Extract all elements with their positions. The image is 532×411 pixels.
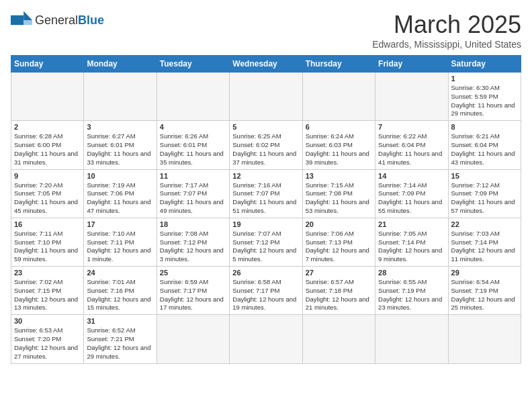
day-cell: 16Sunrise: 7:11 AM Sunset: 7:10 PM Dayli… bbox=[11, 218, 84, 266]
week-row-5: 30Sunrise: 6:53 AM Sunset: 7:20 PM Dayli… bbox=[11, 315, 521, 363]
header-sunday: Sunday bbox=[11, 56, 84, 73]
day-number: 3 bbox=[87, 123, 153, 131]
day-number: 27 bbox=[306, 269, 372, 277]
day-cell: 29Sunrise: 6:54 AM Sunset: 7:19 PM Dayli… bbox=[448, 267, 521, 315]
month-title: March 2025 bbox=[372, 11, 521, 39]
day-number: 7 bbox=[378, 123, 445, 131]
day-cell: 11Sunrise: 7:17 AM Sunset: 7:07 PM Dayli… bbox=[157, 169, 229, 218]
day-info: Sunrise: 7:08 AM Sunset: 7:12 PM Dayligh… bbox=[160, 230, 226, 264]
day-cell: 20Sunrise: 7:06 AM Sunset: 7:13 PM Dayli… bbox=[302, 218, 375, 266]
day-cell: 10Sunrise: 7:19 AM Sunset: 7:06 PM Dayli… bbox=[84, 169, 157, 218]
day-number: 28 bbox=[378, 269, 445, 277]
day-cell: 21Sunrise: 7:05 AM Sunset: 7:14 PM Dayli… bbox=[375, 218, 448, 266]
day-cell: 4Sunrise: 6:26 AM Sunset: 6:01 PM Daylig… bbox=[157, 121, 229, 169]
day-cell: 23Sunrise: 7:02 AM Sunset: 7:15 PM Dayli… bbox=[11, 267, 84, 315]
day-cell: 13Sunrise: 7:15 AM Sunset: 7:08 PM Dayli… bbox=[302, 169, 375, 218]
day-info: Sunrise: 6:52 AM Sunset: 7:21 PM Dayligh… bbox=[87, 326, 153, 361]
day-cell: 17Sunrise: 7:10 AM Sunset: 7:11 PM Dayli… bbox=[84, 218, 157, 266]
day-info: Sunrise: 7:11 AM Sunset: 7:10 PM Dayligh… bbox=[14, 230, 81, 264]
day-number: 13 bbox=[306, 172, 372, 180]
day-number: 11 bbox=[160, 172, 226, 180]
day-cell: 28Sunrise: 6:55 AM Sunset: 7:19 PM Dayli… bbox=[375, 267, 448, 315]
day-number: 8 bbox=[451, 123, 518, 131]
header-saturday: Saturday bbox=[448, 56, 521, 73]
day-info: Sunrise: 6:53 AM Sunset: 7:20 PM Dayligh… bbox=[14, 326, 81, 361]
day-info: Sunrise: 7:14 AM Sunset: 7:09 PM Dayligh… bbox=[378, 181, 445, 216]
day-info: Sunrise: 6:58 AM Sunset: 7:17 PM Dayligh… bbox=[232, 278, 299, 312]
day-cell: 8Sunrise: 6:21 AM Sunset: 6:04 PM Daylig… bbox=[448, 121, 521, 169]
day-number: 9 bbox=[14, 172, 81, 180]
day-number: 6 bbox=[306, 123, 372, 131]
day-cell bbox=[375, 73, 448, 121]
day-info: Sunrise: 7:19 AM Sunset: 7:06 PM Dayligh… bbox=[87, 181, 153, 216]
day-info: Sunrise: 7:06 AM Sunset: 7:13 PM Dayligh… bbox=[306, 230, 372, 264]
day-cell: 9Sunrise: 7:20 AM Sunset: 7:05 PM Daylig… bbox=[11, 169, 84, 218]
week-row-2: 9Sunrise: 7:20 AM Sunset: 7:05 PM Daylig… bbox=[11, 169, 521, 218]
header-friday: Friday bbox=[375, 56, 448, 73]
page-header: GeneralBlue March 2025 Edwards, Mississi… bbox=[11, 11, 521, 50]
day-number: 10 bbox=[87, 172, 153, 180]
day-cell bbox=[157, 73, 229, 121]
day-cell: 2Sunrise: 6:28 AM Sunset: 6:00 PM Daylig… bbox=[11, 121, 84, 169]
day-cell bbox=[302, 315, 375, 363]
day-number: 24 bbox=[87, 269, 153, 277]
day-info: Sunrise: 6:25 AM Sunset: 6:02 PM Dayligh… bbox=[232, 132, 299, 167]
day-number: 5 bbox=[232, 123, 299, 131]
week-row-4: 23Sunrise: 7:02 AM Sunset: 7:15 PM Dayli… bbox=[11, 267, 521, 315]
day-cell bbox=[230, 315, 302, 363]
day-number: 16 bbox=[14, 220, 81, 228]
week-row-3: 16Sunrise: 7:11 AM Sunset: 7:10 PM Dayli… bbox=[11, 218, 521, 266]
svg-rect-2 bbox=[24, 20, 32, 25]
day-cell: 7Sunrise: 6:22 AM Sunset: 6:04 PM Daylig… bbox=[375, 121, 448, 169]
day-info: Sunrise: 6:57 AM Sunset: 7:18 PM Dayligh… bbox=[306, 278, 372, 312]
day-info: Sunrise: 7:02 AM Sunset: 7:15 PM Dayligh… bbox=[14, 278, 81, 312]
logo-icon bbox=[11, 11, 32, 30]
day-info: Sunrise: 7:16 AM Sunset: 7:07 PM Dayligh… bbox=[232, 181, 299, 216]
day-cell bbox=[84, 73, 157, 121]
day-info: Sunrise: 7:20 AM Sunset: 7:05 PM Dayligh… bbox=[14, 181, 81, 216]
day-number: 29 bbox=[451, 269, 518, 277]
day-info: Sunrise: 6:22 AM Sunset: 6:04 PM Dayligh… bbox=[378, 132, 445, 167]
day-info: Sunrise: 7:07 AM Sunset: 7:12 PM Dayligh… bbox=[232, 230, 299, 264]
day-info: Sunrise: 6:21 AM Sunset: 6:04 PM Dayligh… bbox=[451, 132, 518, 167]
day-number: 1 bbox=[451, 75, 518, 83]
day-cell: 25Sunrise: 6:59 AM Sunset: 7:17 PM Dayli… bbox=[157, 267, 229, 315]
day-number: 31 bbox=[87, 317, 153, 325]
day-info: Sunrise: 7:17 AM Sunset: 7:07 PM Dayligh… bbox=[160, 181, 226, 216]
day-number: 14 bbox=[378, 172, 445, 180]
header-monday: Monday bbox=[84, 56, 157, 73]
day-cell bbox=[230, 73, 302, 121]
day-cell: 27Sunrise: 6:57 AM Sunset: 7:18 PM Dayli… bbox=[302, 267, 375, 315]
day-cell: 6Sunrise: 6:24 AM Sunset: 6:03 PM Daylig… bbox=[302, 121, 375, 169]
day-info: Sunrise: 6:30 AM Sunset: 5:59 PM Dayligh… bbox=[451, 84, 518, 118]
day-cell: 14Sunrise: 7:14 AM Sunset: 7:09 PM Dayli… bbox=[375, 169, 448, 218]
day-cell: 5Sunrise: 6:25 AM Sunset: 6:02 PM Daylig… bbox=[230, 121, 302, 169]
svg-rect-0 bbox=[11, 15, 24, 25]
day-info: Sunrise: 7:10 AM Sunset: 7:11 PM Dayligh… bbox=[87, 230, 153, 264]
day-info: Sunrise: 6:59 AM Sunset: 7:17 PM Dayligh… bbox=[160, 278, 226, 312]
day-info: Sunrise: 7:01 AM Sunset: 7:16 PM Dayligh… bbox=[87, 278, 153, 312]
day-info: Sunrise: 6:24 AM Sunset: 6:03 PM Dayligh… bbox=[306, 132, 372, 167]
day-cell: 1Sunrise: 6:30 AM Sunset: 5:59 PM Daylig… bbox=[448, 73, 521, 121]
day-number: 30 bbox=[14, 317, 81, 325]
day-info: Sunrise: 6:27 AM Sunset: 6:01 PM Dayligh… bbox=[87, 132, 153, 167]
day-info: Sunrise: 7:03 AM Sunset: 7:14 PM Dayligh… bbox=[451, 230, 518, 264]
svg-marker-1 bbox=[24, 11, 32, 20]
day-cell: 22Sunrise: 7:03 AM Sunset: 7:14 PM Dayli… bbox=[448, 218, 521, 266]
day-info: Sunrise: 6:26 AM Sunset: 6:01 PM Dayligh… bbox=[160, 132, 226, 167]
day-cell bbox=[157, 315, 229, 363]
day-number: 4 bbox=[160, 123, 226, 131]
day-info: Sunrise: 6:28 AM Sunset: 6:00 PM Dayligh… bbox=[14, 132, 81, 167]
title-section: March 2025 Edwards, Mississippi, United … bbox=[372, 11, 521, 50]
day-number: 26 bbox=[232, 269, 299, 277]
day-number: 17 bbox=[87, 220, 153, 228]
day-cell: 31Sunrise: 6:52 AM Sunset: 7:21 PM Dayli… bbox=[84, 315, 157, 363]
day-number: 12 bbox=[232, 172, 299, 180]
day-cell: 26Sunrise: 6:58 AM Sunset: 7:17 PM Dayli… bbox=[230, 267, 302, 315]
location-title: Edwards, Mississippi, United States bbox=[372, 39, 521, 50]
calendar-header-row: SundayMondayTuesdayWednesdayThursdayFrid… bbox=[11, 56, 521, 73]
day-number: 25 bbox=[160, 269, 226, 277]
day-info: Sunrise: 6:54 AM Sunset: 7:19 PM Dayligh… bbox=[451, 278, 518, 312]
day-number: 21 bbox=[378, 220, 445, 228]
day-cell: 12Sunrise: 7:16 AM Sunset: 7:07 PM Dayli… bbox=[230, 169, 302, 218]
